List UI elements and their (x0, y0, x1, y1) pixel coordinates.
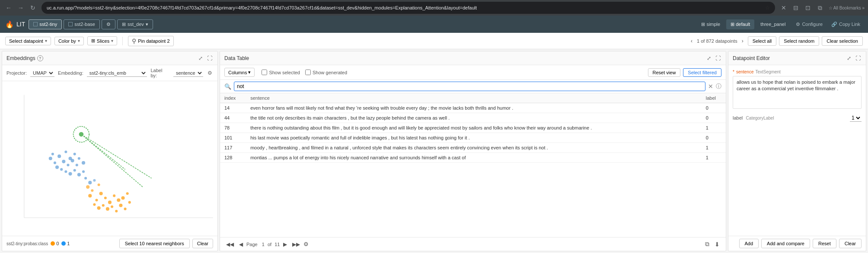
show-selected-label[interactable]: Show selected (262, 70, 300, 75)
select-datapoint-button[interactable]: Select datapoint ▾ (5, 37, 51, 45)
cell-label: 0 (702, 103, 726, 113)
label-by-select[interactable]: sentence (173, 70, 203, 77)
configure-button[interactable]: ⚙ Configure (793, 20, 825, 29)
select-filtered-button[interactable]: Select filtered (683, 68, 721, 77)
scatter-plot[interactable] (2, 81, 217, 236)
reload-button[interactable]: ↻ (28, 3, 38, 13)
reset-view-button[interactable]: Reset view (648, 68, 681, 77)
search-input[interactable] (234, 82, 705, 91)
reset-button[interactable]: Reset (813, 239, 836, 248)
table-pagination: ◀◀ ◀ Page 1 of 11 ▶ ▶▶ ⚙ ⧉ ⬇ (220, 237, 726, 251)
nn-clear-button[interactable]: Clear (192, 239, 213, 248)
model-tab-sst2-base[interactable]: sst2-base (64, 19, 100, 29)
table-icon: ⊞ (122, 22, 126, 27)
columns-button[interactable]: Columns ▾ (224, 68, 255, 77)
datapoint-prev-button[interactable]: ‹ (689, 37, 694, 45)
svg-point-44 (88, 181, 92, 184)
forward-button[interactable]: → (16, 3, 26, 13)
table-row[interactable]: 44 the title not only describes its main… (220, 113, 726, 123)
address-bar[interactable]: uc.a.run.app/?models=sst2-tiny&selection… (41, 2, 775, 14)
add-compare-button[interactable]: Add and compare (761, 239, 810, 248)
svg-point-32 (82, 161, 85, 164)
minimize-window-button[interactable]: ⊟ (791, 3, 801, 13)
header-actions: ⚙ Configure 🔗 Copy Link (793, 20, 863, 29)
data-table-expand-button[interactable]: ⤢ (706, 54, 712, 62)
embeddings-maximize-button[interactable]: ⛶ (206, 54, 213, 62)
show-generated-checkbox[interactable] (305, 70, 311, 75)
svg-point-42 (51, 153, 54, 155)
svg-point-18 (119, 204, 122, 207)
copy-link-button[interactable]: 🔗 Copy Link (829, 20, 863, 29)
col-index[interactable]: index (220, 93, 246, 103)
layout-tab-default[interactable]: ⊞ default (726, 19, 754, 29)
maximize-window-button[interactable]: ⊡ (803, 3, 813, 13)
editor-content: * sentence TextSegment allows us to hope… (728, 65, 866, 236)
dataset-chevron: ▾ (146, 22, 148, 27)
columns-chevron: ▾ (248, 70, 251, 75)
show-selected-checkbox[interactable] (262, 70, 267, 75)
model-tab-sst2-tiny[interactable]: sst2-tiny (29, 19, 62, 29)
embeddings-expand-button[interactable]: ⤢ (198, 54, 204, 62)
legend-dot-1 (61, 241, 66, 246)
embedding-select[interactable]: sst2-tiny:cls_emb (87, 70, 147, 77)
label-dropdown[interactable]: 1 0 (850, 114, 862, 122)
pin-datapoint-button[interactable]: ⚲ Pin datapoint 2 (128, 36, 173, 46)
label-field-info: label CategoryLabel (733, 115, 774, 121)
cell-sentence: even horror fans will most likely not fi… (246, 103, 702, 113)
svg-point-17 (115, 210, 118, 212)
data-table-title: Data Table (224, 55, 249, 61)
extensions-button[interactable]: ✕ (779, 3, 789, 13)
select-nn-button[interactable]: Select 10 nearest neighbors (119, 239, 190, 248)
page-settings-icon[interactable]: ⚙ (303, 241, 309, 247)
embeddings-info-icon[interactable]: ? (37, 55, 43, 61)
editor-maximize-button[interactable]: ⛶ (855, 54, 862, 62)
back-button[interactable]: ← (3, 3, 14, 13)
layout-tab-three-panel[interactable]: three_panel (756, 19, 790, 29)
download-table-button[interactable]: ⬇ (713, 240, 721, 249)
slices-button[interactable]: ⊞ Slices ▾ (87, 36, 117, 45)
search-help-icon[interactable]: ⓘ (716, 82, 721, 90)
table-row[interactable]: 14 even horror fans will most likely not… (220, 103, 726, 113)
layout-tab-simple[interactable]: ⊞ simple (697, 19, 724, 29)
table-row[interactable]: 128 montias ... pumps a lot of energy in… (220, 153, 726, 163)
col-sentence[interactable]: sentence (246, 93, 702, 103)
embeddings-visualization[interactable] (2, 81, 217, 236)
table-row[interactable]: 117 moody , heartbreaking , and filmed i… (220, 143, 726, 153)
sentence-textarea[interactable]: allows us to hope that nolan is poised t… (733, 76, 862, 109)
model-tabs: sst2-tiny sst2-base ⚙ ⊞ sst_dev ▾ ⊞ simp… (29, 19, 790, 29)
datapoint-next-button[interactable]: › (740, 37, 745, 45)
page-next-button[interactable]: ▶ (281, 240, 289, 248)
show-generated-label[interactable]: Show generated (305, 70, 347, 75)
embeddings-panel-icons: ⤢ ⛶ (198, 54, 213, 62)
layout-icon-default: ⊞ (731, 22, 734, 27)
embeddings-settings-icon[interactable]: ⚙ (207, 69, 213, 77)
search-clear-button[interactable]: ✕ (708, 83, 713, 90)
page-prev-button[interactable]: ◀ (237, 240, 245, 248)
table-row[interactable]: 78 there is nothing outstanding about th… (220, 123, 726, 133)
svg-point-28 (67, 164, 69, 166)
col-label[interactable]: label (702, 93, 726, 103)
restore-window-button[interactable]: ⧉ (815, 3, 825, 13)
svg-point-33 (54, 161, 56, 164)
legend-item-0: 0 (51, 241, 59, 246)
select-random-button[interactable]: Select random (779, 36, 819, 46)
table-toolbar: Columns ▾ Show selected Show generated R… (220, 65, 726, 80)
projector-select[interactable]: UMAP (30, 70, 54, 77)
model-settings-button[interactable]: ⚙ (102, 19, 115, 29)
table-row[interactable]: 101 his last movie was poetically romant… (220, 133, 726, 143)
clear-selection-button[interactable]: Clear selection (822, 36, 863, 46)
add-button[interactable]: Add (739, 239, 759, 248)
page-last-button[interactable]: ▶▶ (290, 240, 302, 248)
table-scroll[interactable]: index sentence label 14 even horror fans… (220, 93, 726, 237)
select-all-button[interactable]: Select all (748, 36, 777, 46)
page-first-button[interactable]: ◀◀ (224, 240, 236, 248)
dataset-tab[interactable]: ⊞ sst_dev ▾ (117, 19, 153, 29)
svg-point-11 (117, 198, 120, 202)
cell-label: 0 (702, 133, 726, 143)
editor-expand-button[interactable]: ⤢ (846, 54, 852, 62)
clear-button[interactable]: Clear (839, 239, 862, 248)
data-table-maximize-button[interactable]: ⛶ (715, 54, 721, 62)
copy-table-button[interactable]: ⧉ (703, 240, 711, 249)
color-by-button[interactable]: Color by ▾ (54, 37, 84, 45)
cell-sentence: montias ... pumps a lot of energy into h… (246, 153, 702, 163)
